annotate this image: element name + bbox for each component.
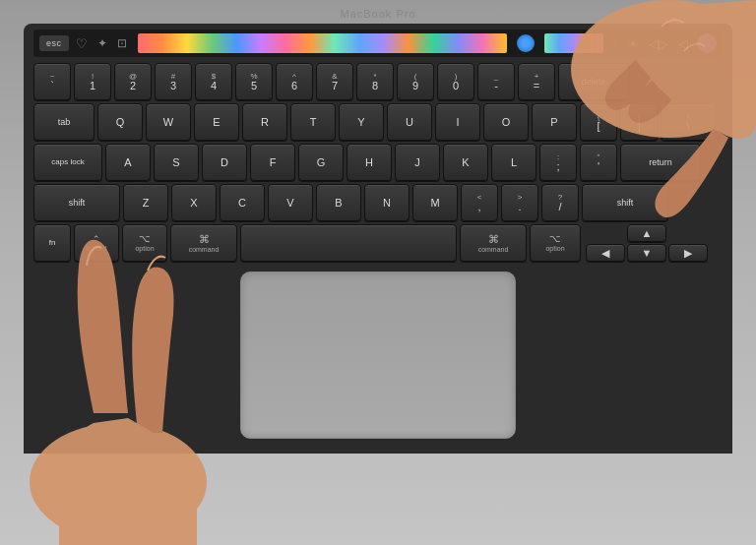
key-arrow-left[interactable]: ◀ — [586, 244, 625, 262]
key-b[interactable]: B — [316, 184, 361, 221]
key-z[interactable]: Z — [123, 184, 168, 221]
key-v[interactable]: V — [268, 184, 313, 221]
key-tilde[interactable]: ~` — [33, 63, 71, 100]
heart-icon: ♡ — [73, 36, 91, 51]
keys-section: ~` !1 @2 #3 $4 %5 ^6 &7 *8 (9 )0 _- += d… — [33, 63, 723, 262]
laptop-container: MacBook Pro esc ♡ ✦ ⊡ ☀ ◁▷ ◁ ~` !1 @2 #3 — [0, 0, 756, 545]
trackpad-area — [24, 272, 732, 454]
brightness-icon[interactable]: ☀ — [624, 36, 642, 51]
key-0[interactable]: )0 — [437, 63, 474, 100]
globe-icon — [517, 34, 535, 52]
trackpad[interactable] — [240, 272, 516, 439]
key-4[interactable]: $4 — [195, 63, 232, 100]
key-equals[interactable]: += — [518, 63, 555, 100]
key-j[interactable]: J — [395, 144, 440, 181]
key-5[interactable]: %5 — [235, 63, 273, 100]
macbook-brand-label: MacBook Pro — [340, 8, 415, 20]
key-l[interactable]: L — [491, 144, 536, 181]
key-t[interactable]: T — [290, 103, 336, 141]
key-m[interactable]: M — [412, 184, 458, 221]
key-9[interactable]: (9 — [397, 63, 434, 100]
key-capslock[interactable]: caps lock — [33, 144, 102, 181]
key-u[interactable]: U — [387, 103, 432, 141]
key-h[interactable]: H — [346, 144, 392, 181]
key-g[interactable]: G — [298, 144, 344, 181]
key-semicolon[interactable]: :; — [539, 144, 577, 181]
key-o[interactable]: O — [483, 103, 529, 141]
key-period[interactable]: >. — [501, 184, 538, 221]
touchbar-media-strip[interactable] — [544, 33, 603, 53]
key-right-bracket[interactable]: }] — [620, 103, 658, 141]
siri-button[interactable] — [697, 33, 717, 53]
key-p[interactable]: P — [532, 103, 577, 141]
key-2[interactable]: @2 — [114, 63, 152, 100]
key-tab[interactable]: tab — [33, 103, 94, 141]
key-r[interactable]: R — [242, 103, 287, 141]
key-shift-left[interactable]: shift — [33, 184, 120, 221]
key-minus[interactable]: _- — [477, 63, 515, 100]
option-label: option — [545, 245, 564, 252]
mute-icon[interactable]: ◁ — [675, 36, 691, 51]
key-option-left[interactable]: ⌥option — [122, 224, 167, 262]
qwerty-row: tab Q W E R T Y U I O P {[ }] |\ — [33, 103, 723, 141]
key-n[interactable]: N — [364, 184, 410, 221]
key-6[interactable]: ^6 — [276, 63, 313, 100]
modifier-row: fn ⌃control ⌥option ⌘command ⌘command ⌥o… — [33, 224, 723, 262]
key-8[interactable]: *8 — [356, 63, 394, 100]
key-arrow-right[interactable]: ▶ — [668, 244, 708, 262]
arrow-key-cluster: ▲ ◀ ▼ ▶ — [586, 224, 708, 262]
esc-key[interactable]: esc — [39, 35, 69, 51]
key-slash[interactable]: ?/ — [541, 184, 579, 221]
touchbar-separator — [615, 35, 616, 51]
key-w[interactable]: W — [146, 103, 191, 141]
key-delete[interactable]: delete — [558, 63, 629, 100]
key-s[interactable]: S — [154, 144, 199, 181]
zxcv-row: shift Z X C V B N M <, >. ?/ shift — [33, 184, 723, 221]
wrench-icon: ✦ — [94, 36, 110, 50]
number-row: ~` !1 @2 #3 $4 %5 ^6 &7 *8 (9 )0 _- += d… — [33, 63, 723, 100]
keyboard-area: esc ♡ ✦ ⊡ ☀ ◁▷ ◁ ~` !1 @2 #3 $4 %5 ^6 — [24, 24, 732, 272]
key-command-left[interactable]: ⌘command — [170, 224, 237, 262]
key-backslash[interactable]: |\ — [661, 103, 716, 141]
key-return[interactable]: return — [620, 144, 701, 181]
key-7[interactable]: &7 — [316, 63, 353, 100]
key-comma[interactable]: <, — [461, 184, 498, 221]
touch-bar: esc ♡ ✦ ⊡ ☀ ◁▷ ◁ — [33, 30, 723, 57]
key-arrow-up[interactable]: ▲ — [627, 224, 666, 242]
key-shift-right[interactable]: shift — [582, 184, 668, 221]
touchbar-app-strip[interactable] — [138, 33, 507, 53]
key-left-bracket[interactable]: {[ — [580, 103, 617, 141]
key-fn[interactable]: fn — [33, 224, 71, 262]
key-d[interactable]: D — [202, 144, 247, 181]
key-1[interactable]: !1 — [74, 63, 111, 100]
volume-icon[interactable]: ◁▷ — [646, 36, 671, 51]
key-x[interactable]: X — [171, 184, 217, 221]
key-arrow-down[interactable]: ▼ — [627, 244, 666, 262]
key-a[interactable]: A — [105, 144, 151, 181]
key-space[interactable] — [240, 224, 457, 262]
key-option-right[interactable]: ⌥option — [530, 224, 581, 262]
key-e[interactable]: E — [194, 103, 239, 141]
key-quote[interactable]: "' — [580, 144, 617, 181]
key-3[interactable]: #3 — [155, 63, 192, 100]
key-k[interactable]: K — [443, 144, 488, 181]
key-f[interactable]: F — [250, 144, 295, 181]
key-y[interactable]: Y — [339, 103, 384, 141]
key-ctrl[interactable]: ⌃control — [74, 224, 119, 262]
key-c[interactable]: C — [220, 184, 265, 221]
share-icon: ⊡ — [114, 36, 130, 50]
key-q[interactable]: Q — [97, 103, 143, 141]
key-i[interactable]: I — [435, 103, 480, 141]
asdf-row: caps lock A S D F G H J K L :; "' return — [33, 144, 723, 181]
key-command-right[interactable]: ⌘command — [460, 224, 527, 262]
